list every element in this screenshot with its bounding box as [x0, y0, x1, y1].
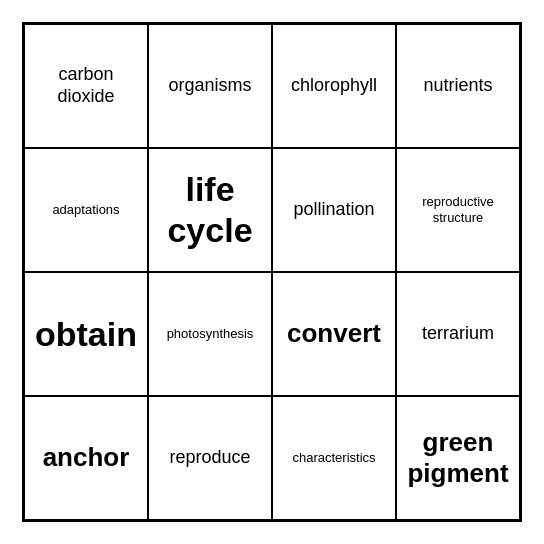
bingo-cell-r0c1: organisms — [148, 24, 272, 148]
bingo-cell-r2c1: photosynthesis — [148, 272, 272, 396]
cell-text-r3c1: reproduce — [169, 447, 250, 469]
cell-text-r0c2: chlorophyll — [291, 75, 377, 97]
cell-text-r2c3: terrarium — [422, 323, 494, 345]
bingo-cell-r3c3: green pigment — [396, 396, 520, 520]
cell-text-r2c2: convert — [287, 318, 381, 349]
bingo-cell-r2c3: terrarium — [396, 272, 520, 396]
cell-text-r1c3: reproductive structure — [403, 194, 513, 225]
bingo-cell-r3c1: reproduce — [148, 396, 272, 520]
bingo-cell-r3c2: characteristics — [272, 396, 396, 520]
cell-text-r1c1: life cycle — [155, 169, 265, 251]
bingo-cell-r1c2: pollination — [272, 148, 396, 272]
bingo-cell-r1c3: reproductive structure — [396, 148, 520, 272]
bingo-cell-r3c0: anchor — [24, 396, 148, 520]
bingo-cell-r0c2: chlorophyll — [272, 24, 396, 148]
bingo-cell-r2c2: convert — [272, 272, 396, 396]
cell-text-r3c0: anchor — [43, 442, 130, 473]
bingo-cell-r2c0: obtain — [24, 272, 148, 396]
cell-text-r3c3: green pigment — [403, 427, 513, 489]
cell-text-r2c1: photosynthesis — [167, 326, 254, 342]
cell-text-r3c2: characteristics — [292, 450, 375, 466]
bingo-cell-r0c3: nutrients — [396, 24, 520, 148]
bingo-cell-r1c0: adaptations — [24, 148, 148, 272]
bingo-cell-r1c1: life cycle — [148, 148, 272, 272]
cell-text-r0c1: organisms — [168, 75, 251, 97]
cell-text-r2c0: obtain — [35, 314, 137, 355]
cell-text-r1c0: adaptations — [52, 202, 119, 218]
bingo-grid: carbon dioxideorganismschlorophyllnutrie… — [22, 22, 522, 522]
cell-text-r1c2: pollination — [293, 199, 374, 221]
bingo-cell-r0c0: carbon dioxide — [24, 24, 148, 148]
cell-text-r0c0: carbon dioxide — [31, 64, 141, 107]
cell-text-r0c3: nutrients — [423, 75, 492, 97]
